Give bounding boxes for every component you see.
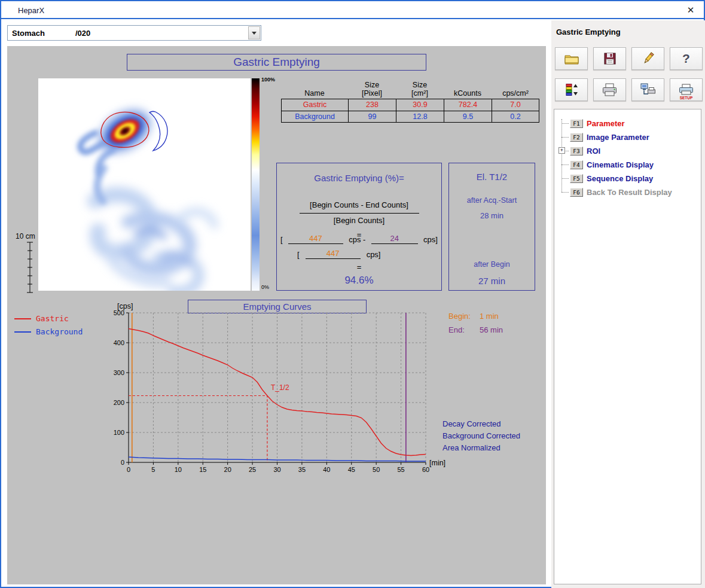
menu-item-parameter[interactable]: F1 Parameter bbox=[554, 117, 701, 130]
help-button[interactable]: ? bbox=[670, 47, 703, 70]
legend-item-background: Background bbox=[14, 327, 83, 336]
svg-text:300: 300 bbox=[114, 369, 124, 376]
colorbar-min-label: 0% bbox=[261, 284, 269, 290]
emptying-curves-plot: 0510152025303540455055600100200300400500… bbox=[91, 309, 450, 477]
scale-ruler-label: 10 cm bbox=[16, 232, 35, 240]
svg-text:35: 35 bbox=[298, 466, 306, 473]
formula-denominator: [Begin Counts] bbox=[277, 216, 441, 225]
svg-text:30: 30 bbox=[273, 466, 280, 473]
printer-setup-icon bbox=[678, 84, 694, 96]
svg-text:45: 45 bbox=[348, 466, 355, 473]
menu-item-sequence-display[interactable]: F5 Sequence Display bbox=[554, 172, 701, 185]
fkey-badge: F5 bbox=[570, 174, 583, 183]
x-axis-unit: [min] bbox=[429, 459, 445, 467]
t12-after-begin-value: 27 min bbox=[449, 276, 535, 286]
gastric-emptying-formula: Gastric Emptying (%)= [Begin Counts - En… bbox=[276, 163, 442, 291]
y-axis-unit: [cps] bbox=[117, 302, 133, 310]
end-counts-value: 24 bbox=[371, 234, 418, 244]
titlebar: HeparX ✕ bbox=[1, 1, 704, 19]
svg-text:20: 20 bbox=[224, 466, 231, 473]
svg-text:0: 0 bbox=[127, 466, 130, 473]
svg-text:25: 25 bbox=[249, 466, 256, 473]
chevron-down-icon bbox=[252, 32, 257, 35]
fraction-line bbox=[300, 213, 419, 214]
svg-text:40: 40 bbox=[323, 466, 330, 473]
printer-setup-button[interactable]: SETUP bbox=[670, 78, 703, 101]
fkey-badge: F1 bbox=[570, 119, 583, 128]
formula-denominator-row: [ 447 cps] bbox=[297, 249, 380, 259]
function-menu-tree: F1 Parameter F2 Image Parameter + F3 ROI… bbox=[554, 109, 701, 584]
folder-icon bbox=[564, 51, 579, 66]
formula-numerator: [Begin Counts - End Counts] bbox=[277, 200, 441, 209]
fkey-badge: F3 bbox=[570, 147, 583, 156]
study-selector-code: /020 bbox=[75, 29, 90, 38]
formula-values-row: [ 447 cps - 24 cps] bbox=[280, 234, 438, 244]
elimination-halftime-box: El. T1/2 after Acq.-Start 28 min after B… bbox=[448, 163, 535, 291]
display-order-button[interactable] bbox=[555, 78, 588, 101]
fkey-badge: F4 bbox=[570, 160, 583, 169]
svg-text:60: 60 bbox=[422, 466, 429, 473]
t12-after-acq-value: 28 min bbox=[449, 211, 535, 220]
dropdown-button[interactable] bbox=[248, 26, 260, 39]
begin-annotation: Begin: 1 min bbox=[448, 312, 499, 321]
svg-text:15: 15 bbox=[199, 466, 206, 473]
svg-text:100: 100 bbox=[114, 429, 124, 436]
pencil-icon bbox=[641, 51, 655, 66]
colorbar-max-label: 100% bbox=[261, 77, 275, 83]
printer-icon bbox=[602, 83, 618, 97]
svg-text:5: 5 bbox=[151, 466, 155, 473]
emptying-result-percent: 94.6% bbox=[277, 275, 441, 287]
scintigram-frame bbox=[38, 78, 251, 291]
roi-statistics-table: Name Size[Pixel] Size[cm²] kCounts cps/c… bbox=[281, 78, 539, 123]
page-title: Gastric Emptying bbox=[127, 54, 426, 71]
scintigraphy-image bbox=[38, 78, 251, 291]
network-printer-icon bbox=[640, 83, 656, 97]
svg-text:400: 400 bbox=[114, 339, 124, 346]
window-title: HeparX bbox=[18, 6, 44, 15]
menu-item-roi[interactable]: + F3 ROI bbox=[554, 144, 701, 158]
close-icon[interactable]: ✕ bbox=[683, 3, 698, 17]
study-selector-value: Stomach bbox=[12, 29, 45, 38]
table-row-gastric: Gastric 238 30.9 782.4 7.0 bbox=[282, 99, 539, 111]
setup-badge: SETUP bbox=[670, 96, 702, 100]
fkey-badge: F2 bbox=[570, 133, 583, 142]
expand-icon[interactable]: + bbox=[558, 147, 565, 154]
control-sidebar: Gastric Emptying bbox=[551, 20, 705, 588]
save-button[interactable] bbox=[593, 47, 626, 70]
background-line-swatch bbox=[14, 331, 31, 333]
table-row-background: Background 99 12.8 9.5 0.2 bbox=[282, 111, 539, 122]
color-scale-bar bbox=[252, 78, 260, 291]
menu-item-image-parameter[interactable]: F2 Image Parameter bbox=[554, 130, 701, 144]
svg-text:55: 55 bbox=[397, 466, 404, 473]
begin-counts-value: 447 bbox=[288, 234, 343, 244]
open-button[interactable] bbox=[555, 47, 588, 70]
scale-ruler bbox=[25, 241, 35, 295]
svg-text:200: 200 bbox=[114, 399, 124, 406]
svg-text:T_1/2: T_1/2 bbox=[271, 383, 289, 392]
t12-title: El. T1/2 bbox=[449, 172, 535, 182]
sort-colors-icon bbox=[564, 83, 579, 97]
svg-text:0: 0 bbox=[121, 459, 124, 466]
save-icon bbox=[603, 51, 617, 66]
app-window: HeparX ✕ Stomach /020 Gastric Emptying bbox=[0, 0, 705, 588]
result-display-panel: Gastric Emptying bbox=[7, 46, 546, 584]
study-selector[interactable]: Stomach /020 bbox=[7, 25, 261, 41]
edit-button[interactable] bbox=[631, 47, 664, 70]
network-print-button[interactable] bbox=[631, 78, 664, 101]
svg-text:10: 10 bbox=[175, 466, 182, 473]
svg-text:50: 50 bbox=[373, 466, 380, 473]
end-annotation: End: 56 min bbox=[448, 325, 503, 334]
begin-counts-value-2: 447 bbox=[306, 249, 361, 259]
sidebar-title: Gastric Emptying bbox=[556, 28, 621, 36]
corrections-list: Decay Corrected Background Corrected Are… bbox=[442, 418, 520, 454]
legend-item-gastric: Gastric bbox=[14, 314, 69, 323]
menu-item-back-to-result-display[interactable]: F6 Back To Result Display bbox=[554, 185, 701, 199]
roi-table-header: Name Size[Pixel] Size[cm²] kCounts cps/c… bbox=[281, 78, 539, 98]
formula-title: Gastric Emptying (%)= bbox=[277, 173, 441, 183]
fkey-badge: F6 bbox=[570, 188, 583, 197]
print-button[interactable] bbox=[593, 78, 626, 101]
menu-item-cinematic-display[interactable]: F4 Cinematic Display bbox=[554, 158, 701, 172]
gastric-line-swatch bbox=[14, 318, 31, 319]
help-icon: ? bbox=[682, 51, 690, 66]
